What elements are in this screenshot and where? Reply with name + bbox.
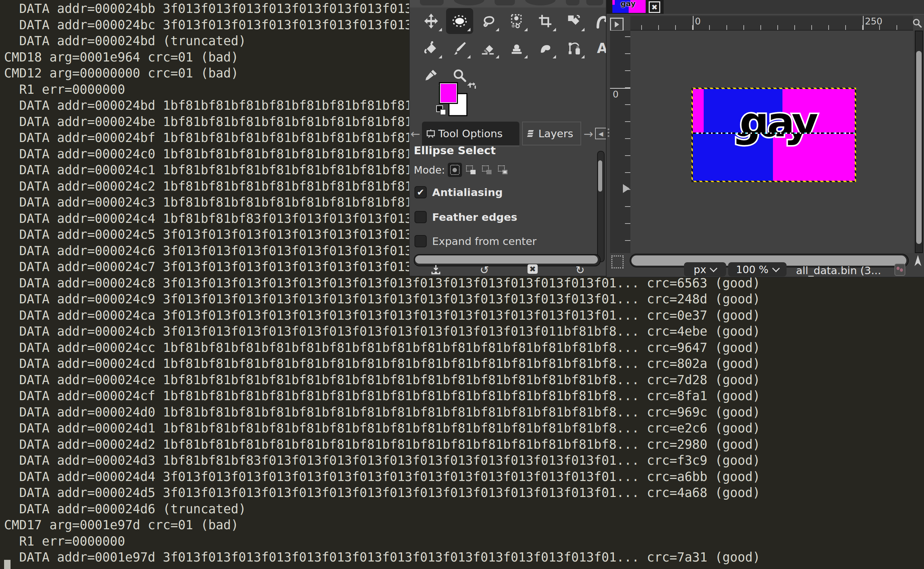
chevron-down-icon — [772, 264, 780, 272]
terminal-line: DATA addr=000024cf 1bf81bf81bf81bf81bf81… — [4, 388, 760, 404]
gimp-image-window: gay ✖ 0 250 0 gay — [607, 0, 924, 277]
zoom-follow-icon[interactable] — [912, 18, 922, 30]
clone-tool-button[interactable] — [503, 35, 530, 61]
image-text: gay — [732, 134, 809, 143]
image-title: all_data.bin (3... — [796, 264, 881, 277]
image-tab[interactable]: gay ✖ — [607, 0, 664, 14]
image-tab-thumbnail: gay — [612, 0, 646, 13]
status-mini-icon[interactable] — [894, 263, 905, 276]
terminal-line: DATA addr=000024cb 3f013f013f013f013f013… — [4, 323, 760, 340]
option-feather-edges[interactable]: Feather edges — [414, 211, 517, 223]
layer-boundary: gay gay gay gay — [692, 88, 856, 182]
reset-tool-preset-button[interactable]: ↻ — [573, 263, 587, 277]
canvas-menu-button[interactable] — [610, 18, 624, 31]
canvas-viewport[interactable]: gay gay gay gay — [630, 30, 913, 253]
terminal-line: DATA addr=000024ce 1bf81bf81bf81bf81bf81… — [4, 372, 760, 388]
terminal-line: DATA addr=000024c8 3f013f013f013f013f013… — [4, 275, 760, 292]
move-tool-button[interactable] — [417, 8, 445, 34]
mode-row: Mode: — [414, 162, 511, 177]
image-canvas[interactable]: gay gay gay gay — [693, 89, 855, 181]
selection-marching-ants — [693, 132, 855, 134]
tab-scroll-left-icon[interactable]: ← — [410, 127, 420, 141]
option-expand-from-center[interactable]: Expand from center — [414, 235, 537, 247]
dock-separator-grip[interactable] — [607, 128, 609, 140]
ellipse-select-tool-button[interactable] — [446, 8, 473, 34]
feather-edges-checkbox[interactable] — [414, 211, 427, 223]
color-swatch-area — [437, 82, 481, 122]
terminal-line: DATA addr=000024d2 1bf81bf81bf81bf81bf81… — [4, 437, 760, 453]
canvas-vertical-scrollbar[interactable] — [915, 30, 923, 253]
bucket-fill-tool-button[interactable] — [417, 35, 445, 61]
terminal-cursor — [4, 560, 11, 569]
hruler-label-0: 0 — [695, 16, 701, 26]
tab-layers[interactable]: Layers — [522, 122, 581, 145]
expand-from-center-checkbox[interactable] — [414, 235, 427, 247]
terminal-line: DATA addr=000024d3 1bf81bf81bf83f013f013… — [4, 452, 760, 469]
free-select-tool-button[interactable] — [475, 8, 502, 34]
image-top-half: gay gay — [693, 89, 855, 134]
tab-tool-options-label: Tool Options — [438, 128, 503, 140]
mode-replace-button[interactable] — [448, 163, 462, 177]
image-tab-strip: gay ✖ — [607, 0, 924, 15]
terminal-line: DATA addr=000024cd 1bf81bf81bf81bf81bf81… — [4, 356, 760, 372]
terminal-line: DATA addr=000024d0 1bf81bf81bf81bf81bf81… — [4, 404, 760, 421]
mode-intersect-button[interactable] — [496, 163, 510, 177]
select-by-color-tool-button[interactable] — [503, 8, 530, 34]
horizontal-ruler[interactable]: 0 250 — [630, 16, 913, 30]
tool-options-title: Ellipse Select — [414, 144, 496, 157]
dock-menu-icon[interactable]: ◀ — [595, 128, 607, 139]
terminal-line: DATA addr=000024d4 3f013f013f013f013f013… — [4, 469, 760, 485]
tab-layers-label: Layers — [539, 128, 574, 140]
status-bar: px 100 % all_data.bin (3... — [607, 262, 924, 277]
unified-transform-tool-button[interactable] — [560, 8, 587, 34]
crop-tool-button[interactable] — [532, 8, 559, 34]
mode-add-button[interactable] — [464, 163, 478, 177]
zoom-dropdown[interactable]: 100 % — [728, 262, 786, 277]
terminal-line: DATA addr=000024ca 3f013f013f013f013f013… — [4, 307, 760, 324]
delete-tool-preset-button[interactable]: ✖ — [525, 263, 540, 274]
toolbox: A — [417, 8, 617, 90]
mode-label: Mode: — [414, 164, 445, 176]
vruler-label-0: 0 — [613, 89, 619, 99]
vertical-ruler[interactable]: 0 — [610, 30, 630, 253]
screen: DATA addr=000024bb 3f013f013f013f013f013… — [0, 0, 924, 569]
image-text: gay — [740, 102, 816, 134]
mode-subtract-button[interactable] — [479, 163, 494, 177]
antialiasing-checkbox[interactable]: ✔ — [414, 186, 427, 198]
tab-tool-options[interactable]: Tool Options — [422, 122, 519, 145]
tab-scroll-right-icon[interactable]: → — [584, 127, 593, 141]
check-icon: ✔ — [417, 187, 424, 197]
terminal-line: DATA addr=0001e97d 3f013f013f013f013f013… — [4, 549, 760, 566]
terminal-line: DATA addr=000024c9 3f013f013f013f013f013… — [4, 291, 760, 307]
terminal-line: R1 err=0000000 — [4, 533, 760, 550]
terminal-line: CMD17 arg=0001e97d crc=01 (bad) — [4, 517, 760, 533]
tool-preset-buttons: ↺ ✖ ↻ — [410, 265, 607, 276]
chevron-down-icon — [710, 264, 718, 272]
restore-tool-preset-button[interactable]: ↺ — [477, 263, 492, 277]
paintbrush-tool-button[interactable] — [446, 35, 473, 61]
foreground-color-swatch[interactable] — [439, 82, 458, 104]
ruler-cursor-indicator — [623, 184, 630, 193]
image-bottom-half: gay gay — [693, 134, 855, 181]
default-colors-icon[interactable] — [436, 105, 446, 116]
smudge-tool-button[interactable] — [532, 35, 559, 61]
tool-options-vertical-scrollbar[interactable] — [597, 151, 605, 262]
wilber-watermark — [410, 0, 607, 8]
tool-options-icon — [425, 128, 436, 139]
dock-tab-bar: ← Tool Options Layers → ◀ — [410, 121, 607, 147]
paths-tool-button[interactable] — [560, 35, 587, 61]
terminal-line: DATA addr=000024cc 1bf81bf81bf81bf81bf81… — [4, 340, 760, 356]
layers-icon — [526, 128, 536, 138]
close-image-icon[interactable]: ✖ — [649, 2, 660, 13]
terminal-line: DATA addr=000024d6 (truncated) — [4, 501, 760, 517]
option-antialiasing[interactable]: ✔ Antialiasing — [414, 186, 503, 198]
swap-colors-icon[interactable] — [468, 82, 478, 93]
terminal-line: DATA addr=000024d1 1bf81bf81bf81bf81bf81… — [4, 420, 760, 437]
terminal-line: DATA addr=000024d5 3f013f013f013f013f013… — [4, 485, 760, 501]
unit-dropdown[interactable]: px — [684, 262, 726, 277]
eraser-tool-button[interactable] — [475, 35, 502, 61]
save-tool-preset-button[interactable] — [428, 263, 443, 278]
hruler-label-250: 250 — [865, 16, 883, 26]
gimp-toolbox-window: A ← Tool Options Layers — [410, 0, 607, 276]
text-tool-glyph: A — [597, 41, 608, 55]
